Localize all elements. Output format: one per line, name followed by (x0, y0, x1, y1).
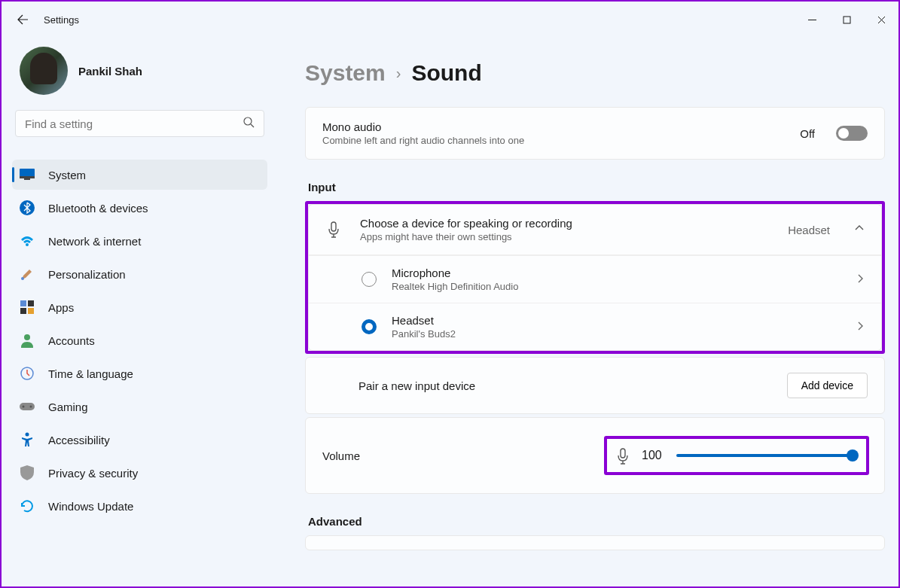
radio-checked[interactable] (362, 319, 377, 334)
window-controls (795, 8, 898, 32)
search-input[interactable] (25, 117, 243, 130)
svg-point-15 (23, 406, 25, 408)
clock-icon (20, 366, 35, 381)
titlebar: Settings (2, 2, 898, 38)
svg-rect-9 (28, 300, 34, 306)
wifi-icon (20, 233, 35, 248)
pair-device-card: Pair a new input device Add device (305, 357, 885, 414)
sidebar-item-accessibility[interactable]: Accessibility (12, 425, 267, 455)
accessibility-icon (20, 432, 35, 447)
svg-rect-11 (28, 308, 34, 314)
mono-audio-card: Mono audio Combine left and right audio … (305, 107, 885, 160)
sidebar-item-network[interactable]: Network & internet (12, 226, 267, 256)
volume-slider[interactable] (676, 454, 857, 457)
advanced-section-title: Advanced (308, 515, 885, 528)
bluetooth-icon (20, 200, 35, 215)
paintbrush-icon (20, 267, 35, 282)
slider-thumb[interactable] (847, 449, 859, 462)
highlight-volume-control: 100 (604, 436, 869, 475)
sidebar-item-accounts[interactable]: Accounts (12, 325, 267, 355)
input-device-list: Microphone Realtek High Definition Audio… (309, 254, 881, 350)
toggle-state-label: Off (800, 127, 815, 140)
sidebar-item-label: Accessibility (48, 434, 110, 446)
nav-list: System Bluetooth & devices Network & int… (12, 160, 267, 521)
svg-rect-18 (331, 222, 336, 231)
sidebar-item-apps[interactable]: Apps (12, 292, 267, 322)
sidebar-item-time[interactable]: Time & language (12, 358, 267, 388)
update-icon (20, 498, 35, 513)
svg-point-17 (26, 433, 29, 437)
sidebar-item-privacy[interactable]: Privacy & security (12, 458, 267, 488)
choose-device-sub: Apps might have their own settings (360, 231, 770, 242)
svg-point-6 (26, 243, 29, 246)
close-button[interactable] (864, 8, 898, 32)
svg-rect-8 (20, 300, 26, 306)
input-section-title: Input (308, 181, 885, 193)
device-sub: Realtek High Definition Audio (392, 281, 841, 292)
input-device-headset[interactable]: Headset Pankil's Buds2 (309, 303, 881, 350)
profile-name: Pankil Shah (78, 65, 142, 78)
mono-audio-toggle[interactable] (836, 126, 868, 141)
shield-icon (20, 465, 35, 480)
svg-rect-3 (20, 176, 35, 178)
svg-point-16 (30, 406, 32, 408)
highlight-input-devices: Choose a device for speaking or recordin… (305, 201, 885, 354)
microphone-icon (325, 221, 342, 238)
sidebar-item-update[interactable]: Windows Update (12, 491, 267, 521)
svg-point-7 (21, 277, 24, 280)
sidebar-item-bluetooth[interactable]: Bluetooth & devices (12, 193, 267, 223)
search-box[interactable] (15, 110, 264, 137)
radio-unchecked[interactable] (362, 272, 377, 287)
minimize-button[interactable] (795, 8, 829, 32)
profile[interactable]: Pankil Shah (12, 38, 267, 110)
mono-audio-title: Mono audio (322, 120, 785, 133)
mono-audio-sub: Combine left and right audio channels in… (322, 135, 785, 146)
apps-icon (20, 300, 35, 315)
svg-rect-10 (20, 308, 26, 314)
input-device-microphone[interactable]: Microphone Realtek High Definition Audio (309, 255, 881, 303)
breadcrumb-parent[interactable]: System (305, 60, 386, 86)
choose-device-title: Choose a device for speaking or recordin… (360, 217, 770, 230)
chevron-up-icon (854, 223, 865, 236)
main-content: System › Sound Mono audio Combine left a… (278, 38, 898, 586)
sidebar-item-personalization[interactable]: Personalization (12, 259, 267, 289)
pair-device-label: Pair a new input device (358, 379, 787, 392)
sidebar-item-label: Personalization (48, 268, 126, 281)
choose-input-device-header[interactable]: Choose a device for speaking or recordin… (309, 205, 881, 254)
sidebar-item-label: Windows Update (48, 500, 133, 513)
chevron-right-icon (856, 273, 865, 286)
chevron-right-icon: › (396, 65, 401, 82)
svg-rect-4 (24, 178, 30, 180)
selected-device-label: Headset (788, 224, 830, 236)
sidebar-item-label: System (48, 169, 86, 181)
choose-input-device-card: Choose a device for speaking or recordin… (308, 204, 882, 351)
svg-point-12 (24, 334, 30, 340)
display-icon (20, 167, 35, 182)
volume-label: Volume (321, 449, 604, 462)
app-title: Settings (44, 14, 79, 26)
microphone-icon[interactable] (616, 448, 631, 463)
sidebar-item-label: Accounts (48, 334, 95, 347)
sidebar-item-system[interactable]: System (12, 160, 267, 190)
input-volume-card: Volume 100 (305, 417, 885, 494)
page-title: Sound (411, 60, 481, 86)
sidebar-item-label: Gaming (48, 401, 88, 413)
sidebar: Pankil Shah System Bluetooth & devices N… (2, 38, 278, 586)
device-name: Microphone (392, 267, 841, 279)
device-sub: Pankil's Buds2 (392, 328, 841, 340)
add-device-button[interactable]: Add device (787, 373, 868, 398)
advanced-card-truncated (305, 535, 885, 550)
sidebar-item-label: Privacy & security (48, 467, 138, 480)
svg-rect-14 (20, 403, 35, 410)
back-icon[interactable] (17, 14, 29, 26)
search-icon (243, 116, 255, 131)
gamepad-icon (20, 399, 35, 414)
person-icon (20, 333, 35, 348)
sidebar-item-label: Apps (48, 301, 74, 314)
device-name: Headset (392, 314, 841, 327)
svg-rect-0 (844, 17, 850, 23)
sidebar-item-gaming[interactable]: Gaming (12, 391, 267, 422)
maximize-button[interactable] (829, 8, 864, 32)
volume-value: 100 (642, 449, 666, 462)
sidebar-item-label: Time & language (48, 367, 133, 380)
